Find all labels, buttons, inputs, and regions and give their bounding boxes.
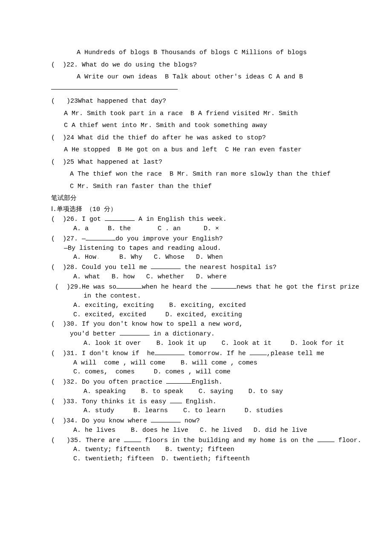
- q29-sub: in the contest.: [51, 292, 341, 301]
- q32-options: A. speaking B. to speak C. saying D. to …: [51, 387, 341, 396]
- q22: ( )22. What do we do using the blogs?: [51, 59, 341, 72]
- q34: ( )34. Do you know where now?: [51, 416, 341, 426]
- q29-options-c: C. excited, excited D. excited, exciting: [51, 310, 341, 320]
- q25-opt-c: C Mr. Smith ran faster than the thief: [51, 181, 341, 193]
- blank: [124, 435, 141, 442]
- divider-dashes: —————————————————————————————————: [51, 84, 341, 96]
- q32: ( )32. Do you often practice English.: [51, 377, 341, 387]
- q30-options: A. look it over B. look it up C. look at…: [51, 339, 341, 348]
- q35-options-a: A. twenty; fifteenth B. twenty; fifteen: [51, 445, 341, 454]
- q25-opt-ab: A The thief won the race B Mr. Smith ran…: [51, 168, 341, 181]
- q28: ( )28. Could you tell me the nearest hos…: [51, 262, 341, 272]
- q31-options-a: A will come , will come B. will come , c…: [51, 358, 341, 368]
- q21-options: A Hundreds of blogs B Thousands of blogs…: [51, 47, 341, 59]
- blank: [151, 416, 181, 422]
- blank: [211, 282, 236, 289]
- q26-options: A. a B. the C . an D. ×: [51, 224, 341, 234]
- q33-options: A. study B. learns C. to learn D. studie…: [51, 406, 341, 416]
- q29-options-a: A. exciting, exciting B. exciting, excit…: [51, 301, 341, 310]
- q24-options: A He stopped B He got on a bus and left …: [51, 144, 341, 156]
- q30-sub: you'd better in a dictionary.: [51, 329, 341, 339]
- q31-options-c: C. comes, comes D. comes , will come: [51, 367, 341, 377]
- section-title: 笔试部分: [51, 193, 341, 205]
- blank: [250, 348, 267, 355]
- q27: ( )27. —do you improve your English?: [51, 234, 341, 244]
- q28-options: A. what B. how C. whether D. where: [51, 272, 341, 282]
- blank: [155, 348, 184, 355]
- blank: [116, 282, 142, 289]
- blank: [105, 214, 135, 221]
- blank: [120, 329, 150, 335]
- blank: [166, 377, 192, 384]
- q30: ( )30. If you don't know how to spell a …: [51, 320, 341, 329]
- blank: [151, 262, 181, 269]
- blank: [86, 234, 115, 240]
- q22-options: A Write our own ideas B Talk about other…: [51, 71, 341, 84]
- q26: ( )26. I got A in English this week.: [51, 214, 341, 224]
- q24: ( )24 What did the thief do after he was…: [51, 132, 341, 145]
- q33: ( )33. Tony thinks it is easy English.: [51, 396, 341, 407]
- q23-opt-ab: A Mr. Smith took part in a race B A frie…: [51, 108, 341, 120]
- q34-options: A. he lives B. does he live C. he lived …: [51, 426, 341, 435]
- blank: [170, 396, 182, 403]
- part1-title: Ⅰ.单项选择 （10 分）: [51, 205, 341, 214]
- q31: ( )31. I don't know if he tomorrow. If h…: [51, 348, 341, 358]
- q23-opt-c: C A thief went into Mr. Smith and took s…: [51, 120, 341, 132]
- q25: ( )25 What happened at last?: [51, 156, 341, 169]
- green-dot-icon: .: [96, 254, 100, 261]
- q35: ( )35. There are floors in the building …: [51, 435, 341, 445]
- q27-sub: —By listening to tapes and reading aloud…: [51, 244, 341, 253]
- q23: ( )23What happened that day?: [51, 95, 341, 108]
- q35-options-c: C. twentieth; fifteen D. twentieth; fift…: [51, 454, 341, 464]
- q27-options: A. How. B. Why C. Whose D. When: [51, 253, 341, 262]
- q29: ( )29.He was sowhen he heard the news th…: [51, 282, 341, 292]
- blank: [317, 435, 334, 442]
